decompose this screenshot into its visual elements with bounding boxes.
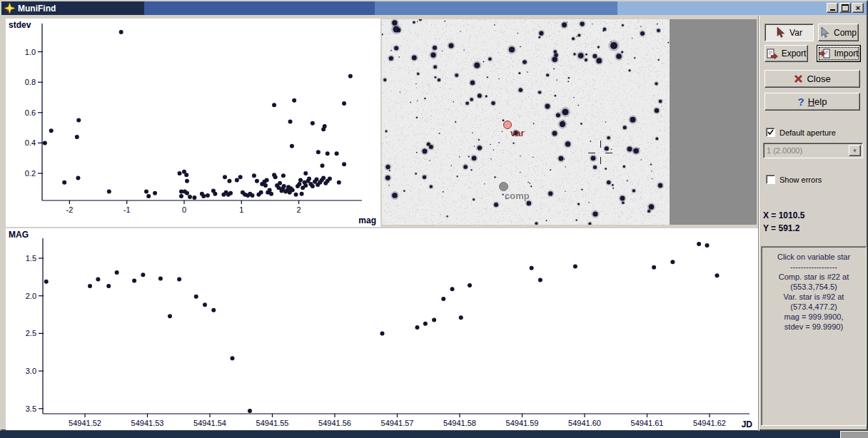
svg-text:0.2: 0.2 <box>25 169 36 178</box>
help-button-label: Help <box>808 96 827 107</box>
var-button[interactable]: Var <box>764 24 814 41</box>
import-icon <box>819 49 830 59</box>
info-line: (553.3,754.5) <box>762 282 866 292</box>
comp-button-label: Comp <box>834 28 857 38</box>
close-button[interactable]: Close <box>764 70 860 88</box>
export-button-label: Export <box>782 49 807 58</box>
maximize-button[interactable] <box>839 3 851 13</box>
var-cursor-icon <box>776 27 786 38</box>
svg-text:3.0: 3.0 <box>26 367 36 375</box>
svg-text:54941.55: 54941.55 <box>256 419 289 427</box>
title-bar[interactable]: MuniFind × <box>1 1 867 15</box>
light-curve-chart[interactable]: MAG JD 54941.5254941.5354941.5454941.555… <box>6 228 758 430</box>
svg-text:3.5: 3.5 <box>26 404 36 413</box>
crosshair-cursor <box>600 141 601 148</box>
comparison-star-label: comp <box>505 190 530 201</box>
svg-text:-1: -1 <box>123 205 131 214</box>
status-info-box: Click on variable star------------------… <box>761 246 867 426</box>
svg-text:54941.61: 54941.61 <box>631 419 664 427</box>
svg-text:0.8: 0.8 <box>25 78 36 86</box>
info-line: (573.4,477.2) <box>762 302 866 312</box>
svg-text:54941.57: 54941.57 <box>381 419 414 427</box>
comp-cursor-icon <box>820 27 830 38</box>
svg-text:54941.62: 54941.62 <box>693 419 726 427</box>
aperture-selected-value: 1 (2.0000) <box>764 146 849 155</box>
svg-text:54941.59: 54941.59 <box>506 419 539 427</box>
crosshair-cursor <box>588 153 595 153</box>
svg-text:54941.60: 54941.60 <box>568 419 601 427</box>
svg-text:54941.52: 54941.52 <box>69 419 101 427</box>
close-x-icon <box>794 74 803 83</box>
variable-star-label: var <box>510 128 525 138</box>
close-button-label: Close <box>807 73 830 84</box>
svg-text:2.5: 2.5 <box>26 329 36 337</box>
svg-text:0: 0 <box>182 205 186 214</box>
export-icon <box>767 49 778 59</box>
cursor-x-coordinate: X = 1010.5 <box>763 210 804 220</box>
info-line: Comp. star is #22 at <box>762 272 866 282</box>
close-icon: × <box>856 4 860 11</box>
import-button-label: Import <box>834 49 858 58</box>
svg-text:-2: -2 <box>66 205 74 214</box>
close-window-button[interactable]: × <box>852 3 864 13</box>
control-panel: Var Comp Export <box>758 16 867 431</box>
info-line: Var. star is #92 at <box>762 292 866 302</box>
default-aperture-label: Default aperture <box>779 128 836 137</box>
help-button[interactable]: ? Help <box>764 93 860 111</box>
cursor-y-coordinate: Y = 591.2 <box>763 223 800 233</box>
svg-text:1.5: 1.5 <box>26 254 36 263</box>
svg-text:54941.58: 54941.58 <box>443 419 476 427</box>
window-title: MuniFind <box>18 4 56 14</box>
desktop: MuniFind × stdev mag -2-10120.20.40.60.8… <box>0 0 868 438</box>
background-window-fragment[interactable] <box>840 431 868 438</box>
munifind-window: MuniFind × stdev mag -2-10120.20.40.60.8… <box>0 0 868 431</box>
lightcurve-plot-area[interactable]: 54941.5254941.5354941.5454941.5554941.56… <box>6 228 758 430</box>
show-errors-label: Show errors <box>779 175 822 184</box>
svg-text:54941.54: 54941.54 <box>193 419 226 427</box>
desktop-background-strip <box>0 431 868 438</box>
info-line: Click on variable star <box>762 252 866 262</box>
svg-text:2.0: 2.0 <box>26 292 36 300</box>
checkmark-icon <box>767 129 774 136</box>
crosshair-cursor <box>600 157 601 164</box>
default-aperture-checkbox[interactable] <box>766 128 775 137</box>
show-errors-checkbox[interactable] <box>766 175 775 184</box>
var-button-label: Var <box>789 28 802 38</box>
svg-text:0.6: 0.6 <box>25 108 36 117</box>
svg-text:0.4: 0.4 <box>25 138 36 147</box>
dropdown-arrow-icon[interactable]: ▼ <box>849 145 861 156</box>
svg-text:54941.53: 54941.53 <box>131 419 164 427</box>
scatter-plot-area[interactable]: -2-10120.20.40.60.81.0 <box>6 19 380 227</box>
minimize-icon <box>830 4 835 11</box>
stdev-mag-chart[interactable]: stdev mag -2-10120.20.40.60.81.0 <box>6 19 380 227</box>
star-field-image[interactable]: var comp <box>382 19 757 225</box>
maximize-icon <box>842 4 849 11</box>
help-question-icon: ? <box>798 96 804 108</box>
svg-text:2: 2 <box>297 205 301 214</box>
minimize-button[interactable] <box>827 3 838 13</box>
info-line: ------------------ <box>762 262 866 272</box>
app-icon <box>4 3 15 14</box>
svg-text:1: 1 <box>239 205 243 214</box>
info-line: mag = 999.9900, <box>762 312 866 322</box>
import-button[interactable]: Import <box>817 45 861 62</box>
aperture-select[interactable]: 1 (2.0000) ▼ <box>763 143 863 158</box>
export-button[interactable]: Export <box>764 45 808 62</box>
svg-text:54941.56: 54941.56 <box>318 419 351 427</box>
info-line: stdev = 99.9990) <box>762 322 866 332</box>
comp-button[interactable]: Comp <box>818 24 859 41</box>
crosshair-cursor <box>605 153 612 153</box>
svg-text:1.0: 1.0 <box>25 48 36 56</box>
